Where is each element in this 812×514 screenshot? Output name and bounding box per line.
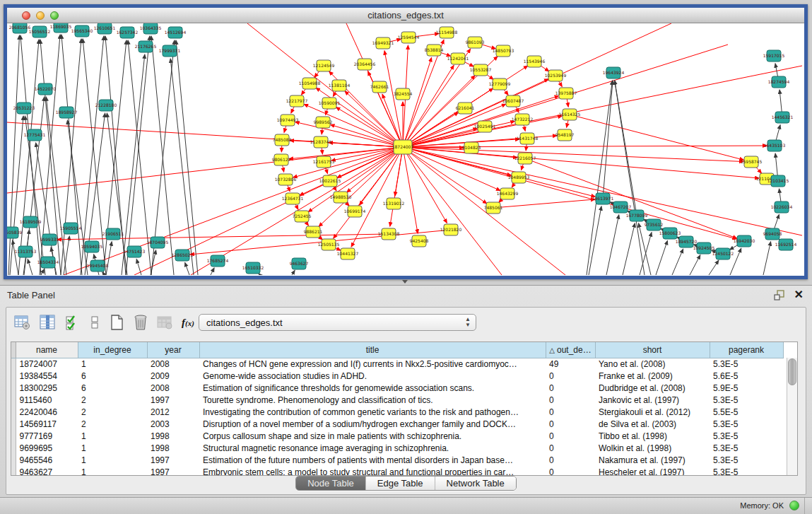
citation-edge-red[interactable] xyxy=(403,147,759,178)
cell-pagerank[interactable]: 5.3E-5 xyxy=(710,418,783,430)
yellow-node[interactable]: 9861093 xyxy=(466,37,485,48)
cell-out_degree[interactable]: 0 xyxy=(546,394,595,406)
yellow-node[interactable]: 12216057 xyxy=(514,153,536,164)
cell-out_degree[interactable]: 0 xyxy=(546,370,595,382)
citation-edge-black[interactable] xyxy=(656,240,667,275)
cell-title[interactable]: Structural magnetic resonance image aver… xyxy=(199,442,546,454)
network-view-frame[interactable]: citations_edges.txt 12124549110549881221… xyxy=(4,4,808,279)
citation-edge-black[interactable] xyxy=(170,59,194,275)
yellow-node[interactable]: 11283745 xyxy=(310,136,332,148)
close-panel-icon[interactable]: ✕ xyxy=(794,288,804,301)
citation-edge-black[interactable] xyxy=(623,223,635,275)
column-header-in_degree[interactable]: in_degree xyxy=(78,342,147,358)
yellow-node[interactable]: 9886211 xyxy=(304,226,323,238)
delete-table-icon[interactable] xyxy=(155,313,175,332)
teal-node[interactable]: 14512694 xyxy=(165,27,187,38)
column-header-title[interactable]: title xyxy=(199,342,546,358)
cell-in_degree[interactable]: 2 xyxy=(78,418,147,430)
yellow-node[interactable]: 13975887 xyxy=(555,88,577,99)
table-row[interactable]: 969969511998Structural magnetic resonanc… xyxy=(11,442,783,454)
column-header-year[interactable]: year xyxy=(147,342,199,358)
citation-edge-black[interactable] xyxy=(41,269,45,275)
yellow-node[interactable]: 11431748 xyxy=(517,133,539,144)
teal-node[interactable]: 9735612 xyxy=(645,219,664,230)
cell-in_degree[interactable]: 2 xyxy=(78,394,147,406)
citation-edge-black[interactable] xyxy=(589,206,601,275)
teal-node[interactable]: 20681056 xyxy=(9,23,31,33)
teal-node[interactable]: 17685274 xyxy=(207,255,229,267)
cell-pagerank[interactable]: 5.3E-5 xyxy=(710,358,783,370)
cell-name[interactable]: 22420046 xyxy=(16,406,78,418)
yellow-node[interactable]: 11154988 xyxy=(436,27,458,38)
cell-out_degree[interactable]: 0 xyxy=(546,406,595,418)
cell-short[interactable]: Hescheler et al. (1997) xyxy=(595,466,710,476)
yellow-node[interactable]: 14643299 xyxy=(497,188,519,199)
teal-node[interactable]: 21176265 xyxy=(135,41,157,52)
citation-edge-black[interactable] xyxy=(615,81,637,216)
yellow-node[interactable]: 9989562 xyxy=(314,117,333,128)
yellow-node[interactable]: 7252455 xyxy=(293,211,312,222)
cell-out_degree[interactable]: 49 xyxy=(546,358,595,370)
teal-node[interactable]: 15917015 xyxy=(763,50,785,62)
table-row[interactable]: 1938455462009Genome-wide association stu… xyxy=(11,370,783,382)
cell-year[interactable]: 1997 xyxy=(147,394,199,406)
yellow-node[interactable]: 20364456 xyxy=(354,59,376,70)
yellow-node[interactable]: 11319012 xyxy=(383,198,405,209)
citation-edge-black[interactable] xyxy=(46,97,66,275)
cell-title[interactable]: Disruption of a novel member of a sodium… xyxy=(199,418,546,430)
teal-node[interactable]: 9599331 xyxy=(40,234,59,245)
tab-edge-table[interactable]: Edge Table xyxy=(366,477,435,490)
table-row[interactable]: 1830029562008Estimation of significance … xyxy=(11,382,783,394)
citation-edge-black[interactable] xyxy=(176,40,198,275)
teal-node[interactable]: 19643924 xyxy=(603,67,625,78)
float-panel-icon[interactable] xyxy=(774,289,785,300)
citation-edge-black[interactable] xyxy=(587,81,613,275)
yellow-node[interactable]: 10590091 xyxy=(319,98,341,109)
yellow-node[interactable]: 6216041 xyxy=(456,103,475,114)
citation-edge-black[interactable] xyxy=(83,39,106,275)
yellow-node[interactable]: 12124549 xyxy=(313,60,335,71)
yellow-node[interactable]: 12021820 xyxy=(440,224,462,235)
citation-edge-black[interactable] xyxy=(709,260,719,275)
cell-year[interactable]: 2003 xyxy=(147,418,199,430)
cell-year[interactable]: 2008 xyxy=(147,382,199,394)
yellow-node[interactable]: 9104823 xyxy=(462,142,481,153)
cell-name[interactable]: 9463627 xyxy=(16,466,78,476)
cell-in_degree[interactable]: 1 xyxy=(78,454,147,466)
cell-out_degree[interactable]: 0 xyxy=(546,442,595,454)
teal-node[interactable]: 14751423 xyxy=(124,246,146,257)
cell-title[interactable]: Estimation of the future numbers of pati… xyxy=(199,454,546,466)
citation-network-graph[interactable]: 1212454911054988122179771097449374850839… xyxy=(7,23,803,275)
cell-pagerank[interactable]: 5.3E-5 xyxy=(710,430,783,442)
cell-name[interactable]: 14569117 xyxy=(16,418,78,430)
select-all-icon[interactable] xyxy=(63,313,83,332)
cell-pagerank[interactable]: 5.3E-5 xyxy=(710,442,783,454)
yellow-node[interactable]: 7485083 xyxy=(273,134,292,146)
table-row[interactable]: 2242004622012Investigating the contribut… xyxy=(11,406,783,418)
teal-node[interactable]: 9463627 xyxy=(290,258,309,269)
teal-node[interactable]: 16510332 xyxy=(242,262,264,274)
teal-node[interactable]: 9694058 xyxy=(763,228,782,240)
column-header-name[interactable]: name xyxy=(16,342,78,358)
panel-splitter-handle[interactable] xyxy=(398,280,412,285)
delete-column-icon[interactable] xyxy=(131,313,151,332)
unselect-all-icon[interactable] xyxy=(86,313,105,332)
teal-node[interactable]: 16257342 xyxy=(117,27,139,38)
column-header-pagerank[interactable]: pagerank xyxy=(710,342,783,358)
citation-edge-red[interactable] xyxy=(345,91,403,147)
yellow-node[interactable]: 11614325 xyxy=(559,109,581,120)
yellow-node[interactable]: 9425408 xyxy=(410,235,429,247)
citation-edge-red[interactable] xyxy=(570,115,743,160)
cell-name[interactable]: 9699695 xyxy=(16,442,78,454)
cell-name[interactable]: 18300295 xyxy=(16,382,78,394)
teal-node[interactable]: 16942030 xyxy=(734,235,755,247)
yellow-node[interactable]: 12779099 xyxy=(489,78,511,90)
cell-in_degree[interactable]: 1 xyxy=(78,430,147,442)
teal-node[interactable]: 14522070 xyxy=(35,83,57,95)
cell-year[interactable]: 1997 xyxy=(147,466,199,476)
cell-name[interactable]: 9115460 xyxy=(16,394,78,406)
citation-edge-black[interactable] xyxy=(763,242,771,275)
cell-title[interactable]: Investigating the contribution of common… xyxy=(199,406,546,418)
teal-node[interactable]: 15056512 xyxy=(29,26,51,37)
yellow-node[interactable]: 10253949 xyxy=(545,70,567,81)
